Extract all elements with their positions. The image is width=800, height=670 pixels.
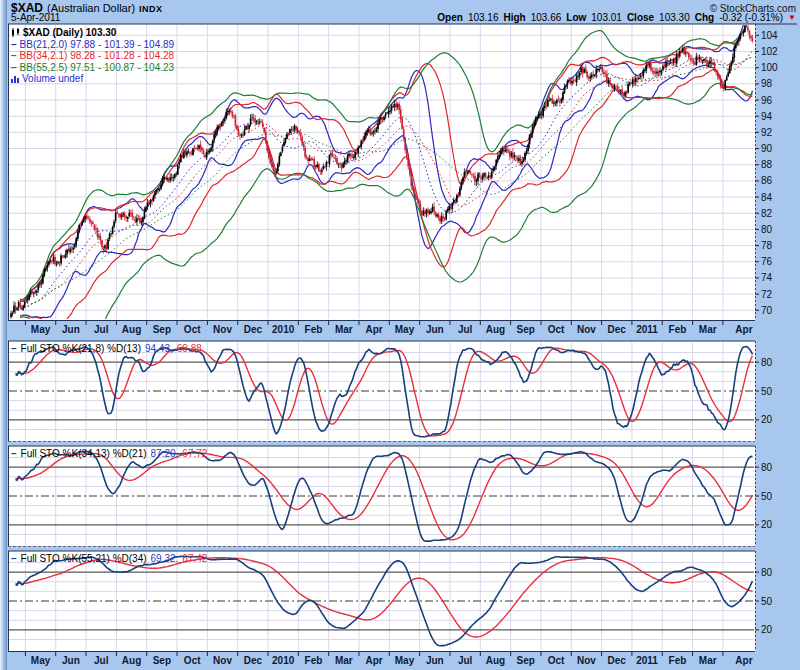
volume-label: Volume undef [22,73,83,85]
month-label: Jun [426,655,444,666]
sto1-legend: – Full STO %K(21,8) %D(13) 94.43, 69.88 [11,343,202,355]
open-value: 103.16 [468,12,499,23]
chart-page: 707274767880828486889092949698100102104M… [0,0,800,670]
y-axis-label: 80 [761,224,773,235]
y-axis-label: 80 [761,357,773,368]
y-axis-label: 50 [761,596,773,607]
y-axis-label: 92 [761,127,773,138]
close-label: Close [627,12,654,23]
month-label: Jun [426,324,444,335]
month-label: Aug [122,324,141,335]
month-label: Aug [486,655,505,666]
bb34-line-swatch: – [11,50,17,62]
sto-k-line-swatch: – [11,553,17,565]
chg-value: -0.32 (-0.31%) [719,12,783,23]
main-y-axis: 707274767880828486889092949698100102104 [755,30,778,316]
y-axis-label: 84 [761,192,773,203]
month-label: Jun [62,655,80,666]
month-label: Nov [577,324,596,335]
chg-label: Chg [695,12,714,23]
month-label: Nov [577,655,596,666]
month-label: Mar [335,655,353,666]
sto3-legend-label: Full STO %K(55,21) %D(34) [21,553,147,565]
month-label: Mar [335,324,353,335]
month-label: May [31,324,51,335]
y-axis-label: 20 [761,414,773,425]
month-label: May [395,324,415,335]
month-label: Jul [94,324,109,335]
y-axis-label: 90 [761,143,773,154]
chart-canvas: 707274767880828486889092949698100102104M… [0,0,800,670]
sto2-k-value: 87.20, [151,448,179,460]
quote-row: 5-Apr-2011 Open 103.16 High 103.66 Low 1… [11,12,796,23]
month-label: Aug [122,655,141,666]
volume-icon [11,75,20,83]
y-axis-label: 98 [761,78,773,89]
month-label: May [31,655,51,666]
month-label: Dec [608,324,627,335]
y-axis-label: 100 [761,62,778,73]
chart-date: 5-Apr-2011 [11,12,60,23]
month-axis: MayJunJulAugSepOctNovDec2010FebMarAprMay… [25,652,752,667]
month-label: Sep [517,324,535,335]
month-label: Oct [548,324,565,335]
y-axis-label: 20 [761,624,773,635]
month-label: Feb [669,655,687,666]
month-label: Feb [305,655,323,666]
y-axis-label: 50 [761,491,773,502]
month-label: Dec [244,655,263,666]
month-label: Sep [153,655,171,666]
bb-legend-55: – BB(55,2.5) 97.51 - 100.87 - 104.23 [11,62,174,74]
month-axis: MayJunJulAugSepOctNovDec2010FebMarAprMay… [25,321,752,336]
month-label: Mar [699,324,717,335]
sto-k-line-swatch: – [11,448,17,460]
month-label: Sep [153,324,171,335]
y-axis-label: 78 [761,240,773,251]
month-label: Sep [517,655,535,666]
month-label: Jul [94,655,109,666]
y-axis-label: 74 [761,272,773,283]
month-label: Nov [213,324,232,335]
month-label: Jul [458,655,473,666]
month-label: Oct [184,655,201,666]
sto3-k-value: 69.32, [151,553,179,565]
month-label: Oct [548,655,565,666]
y-axis-label: 76 [761,256,773,267]
high-value: 103.66 [531,12,562,23]
month-label: 2010 [272,655,295,666]
volume-legend: Volume undef [11,73,174,85]
y-axis-label: 80 [761,567,773,578]
y-axis-label: 94 [761,111,773,122]
y-axis-label: 86 [761,175,773,186]
month-label: Apr [735,324,752,335]
month-label: 2010 [272,324,295,335]
ohlc-quote: Open 103.16 High 103.66 Low 103.01 Close… [437,12,796,23]
sto1-k-value: 94.43, [145,343,173,355]
month-label: May [395,655,415,666]
month-label: Apr [366,324,383,335]
y-axis-label: 104 [761,30,778,41]
open-label: Open [437,12,463,23]
y-axis-label: 82 [761,208,773,219]
y-axis-label: 70 [761,305,773,316]
price-legend-title: $XAD (Daily) 103.30 [23,27,116,39]
sto2-d-value: 67.72 [182,448,207,460]
sto1-legend-label: Full STO %K(21,8) %D(13) [21,343,141,355]
month-label: Dec [244,324,263,335]
month-label: Apr [366,655,383,666]
low-label: Low [566,12,586,23]
month-label: Feb [669,324,687,335]
month-label: Mar [699,655,717,666]
y-axis-label: 72 [761,289,773,300]
month-label: Dec [608,655,627,666]
dropdown-triangle-icon[interactable]: ▼ [788,13,796,22]
month-label: 2011 [636,324,658,335]
bb21-line-swatch: – [11,39,17,51]
sto-panel-1: 805020 [8,341,773,442]
y-axis-label: 50 [761,386,773,397]
sto-panel-3: 805020 [8,551,773,652]
close-value: 103.30 [659,12,690,23]
sto2-legend-label: Full STO %K(34,13) %D(21) [21,448,147,460]
y-axis-label: 88 [761,159,773,170]
month-label: 2011 [636,655,658,666]
